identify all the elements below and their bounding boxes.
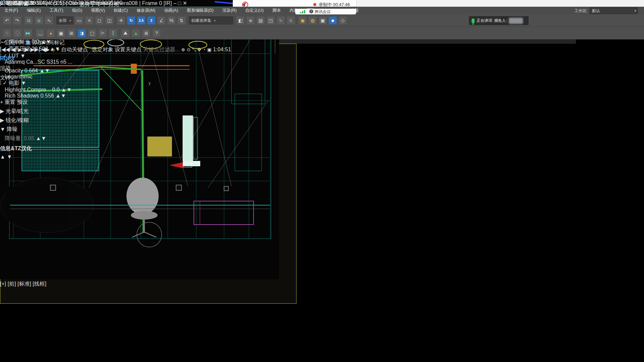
max-app-icon[interactable]: 3 (3, 0, 6, 6)
info-section-header[interactable]: 信息&TZ汉化 (0, 145, 32, 151)
layer-manager-icon[interactable]: ▤ (256, 16, 265, 25)
abc-icon[interactable]: ⊞ (67, 29, 76, 38)
denoise-spinner[interactable]: ▲▼ (36, 135, 47, 141)
denoise-collapse-icon[interactable]: ▼ (0, 126, 5, 132)
percent-snap-icon[interactable]: % (167, 16, 176, 25)
sphere-icon[interactable]: ◔ (0, 40, 3, 45)
material-editor-icon[interactable]: ◉ (298, 16, 307, 25)
crossing-icon[interactable]: ◫ (105, 16, 114, 25)
reset-button[interactable]: 重置 (5, 99, 15, 105)
help-icon[interactable]: ? (152, 29, 161, 38)
dots-icon[interactable]: ⁛ (13, 29, 22, 38)
workspace-dropdown[interactable]: 默认 (590, 7, 638, 14)
key-filters-button[interactable]: 关键点过滤器... (143, 47, 180, 52)
sharpen-expand-icon[interactable]: ▶ (0, 117, 4, 123)
bind-spacewarp-icon[interactable]: ∿ (45, 16, 53, 25)
render-production-icon[interactable]: ◆ (328, 16, 337, 25)
cube-icon[interactable]: ▣ (26, 40, 31, 45)
rich-shadows-field[interactable]: 0.556 (41, 93, 54, 99)
rotate-icon[interactable]: ↻ (127, 16, 136, 25)
preset-button[interactable]: 预设 (17, 99, 28, 105)
menu-item[interactable]: 图形编辑器(D) (182, 7, 218, 14)
grid-points-icon[interactable]: ⁘ (3, 29, 11, 38)
box-mode-icon[interactable]: ▢ (88, 29, 97, 38)
add-operator-button[interactable]: + (0, 99, 3, 105)
rect-region-icon[interactable]: ◻ (95, 16, 104, 25)
prev-frame-button[interactable]: ◀| (11, 47, 16, 52)
menu-item[interactable]: 创建(C) (109, 7, 132, 14)
layers2-icon[interactable]: ⫿ (109, 29, 117, 38)
set-key-button[interactable]: 设置关键点 (115, 47, 142, 52)
render-iterative-icon[interactable]: ◇ (338, 16, 347, 25)
select-link-icon[interactable]: ⧉ (24, 16, 33, 25)
meeting-overlay[interactable]: ! 腾讯会议 (295, 9, 356, 14)
film-collapse-icon[interactable]: ▼ (21, 80, 26, 86)
select-by-name-icon[interactable]: ≡ (85, 16, 94, 25)
selected-object-dropdown[interactable]: 选定对象 (90, 47, 113, 52)
menu-item[interactable]: 脚本 (268, 7, 285, 14)
render-frame-icon[interactable]: ▣ (318, 16, 327, 25)
teapot-icon[interactable]: ◕ (46, 29, 55, 38)
menu-item[interactable]: 文件(F) (0, 7, 22, 14)
selection-filter-dropdown[interactable]: 全部▾ (56, 16, 73, 24)
menu-item[interactable]: 编辑(E) (22, 7, 45, 14)
snap-25-icon[interactable]: 2.5 (137, 16, 146, 25)
zoom-all-icon[interactable]: ⊙ (187, 47, 191, 52)
snap-magnet-icon[interactable]: ◡ (36, 29, 45, 38)
next-frame-button[interactable]: |▶ (23, 47, 29, 52)
unlink-icon[interactable]: ⧈ (35, 16, 43, 25)
mountain-icon[interactable]: ⛰ (121, 29, 130, 38)
rich-shadows-spinner[interactable]: ▲▼ (55, 93, 66, 99)
hc-spinner[interactable]: ▲▼ (61, 87, 72, 93)
menu-item[interactable]: 修改器(M) (132, 7, 160, 14)
muted-speaker-icon[interactable] (240, 2, 246, 7)
go-start-button[interactable]: |◀◀ (0, 47, 10, 52)
bloom-expand-icon[interactable]: ▶ (0, 108, 4, 114)
zero-badge[interactable]: 0 (18, 40, 21, 45)
dock-item-rdf3[interactable]: RDF3 (0, 56, 14, 62)
go-end-button[interactable]: ▶▶| (30, 47, 40, 52)
auto-key-button[interactable]: 自动关键点 (61, 47, 88, 52)
pan-hand-icon[interactable]: ✥ (197, 47, 201, 52)
capture-icon[interactable]: ◨ (77, 29, 86, 38)
scroll-down-icon[interactable]: ▼ (7, 154, 12, 160)
dock-item-render[interactable]: 渲染 (0, 65, 11, 72)
render-setup-icon[interactable]: ◍ (308, 16, 317, 25)
camera-icon[interactable]: ⌲ (98, 29, 107, 38)
lut-collapse-icon[interactable]: ▼ (20, 53, 25, 59)
graphite-icon[interactable]: ◳ (266, 16, 275, 25)
tree-icon[interactable]: ▲ (131, 29, 140, 38)
denoise-amount-field[interactable]: 0.65 (24, 135, 34, 141)
front-viewport-label[interactable]: [+] [前] [标准] [线框] (0, 281, 279, 288)
vfb-scrollbar[interactable]: ▲ ▼ (0, 154, 201, 160)
menu-item[interactable]: 视图(V) (87, 7, 109, 14)
menu-item[interactable]: 工具(T) (45, 7, 68, 14)
undo-icon[interactable]: ↶ (3, 16, 11, 25)
angle-snap-icon[interactable]: ∠ (157, 16, 166, 25)
hc-field[interactable]: 0.0 (52, 87, 59, 93)
zoom-viewport-icon[interactable]: ⊕ (181, 47, 185, 52)
dock-item-files[interactable]: 文件 (0, 74, 11, 81)
curve-editor-icon[interactable]: ∿ (276, 16, 285, 25)
mirror-icon[interactable]: ◧ (236, 16, 245, 25)
play-button[interactable]: ▶ (18, 47, 22, 52)
opacity-spinner[interactable]: ▲▼ (39, 68, 50, 73)
add-workspace-button[interactable]: + (56, 47, 59, 52)
sharpen-section-header[interactable]: 锐化/模糊 (6, 117, 29, 123)
add-time-tag[interactable]: 添加时间标记 (33, 40, 65, 45)
redo-icon[interactable]: ↷ (13, 16, 21, 25)
snap-3d-icon[interactable]: 3 (147, 16, 156, 25)
select-move-icon[interactable]: ✛ (117, 16, 125, 25)
scroll-up-icon[interactable]: ▲ (0, 154, 5, 160)
lut-browse-button[interactable]: ... (68, 59, 72, 65)
align-icon[interactable]: ≑ (246, 16, 255, 25)
display-icon[interactable]: ▣ (57, 29, 65, 38)
key-mode-icon[interactable]: ◀▶ (42, 47, 50, 52)
orbit-icon[interactable]: ◔ (203, 47, 206, 52)
spinner-snap-icon[interactable]: ⇅ (177, 16, 186, 25)
menu-item[interactable]: 动画(A) (160, 7, 182, 14)
zoom-extents-icon[interactable]: ⤡ (192, 47, 196, 52)
maximize-viewport-icon[interactable]: ▣ (207, 47, 211, 52)
schematic-view-icon[interactable]: ⌗ (286, 16, 295, 25)
menu-item[interactable]: 渲染(R) (218, 7, 241, 14)
